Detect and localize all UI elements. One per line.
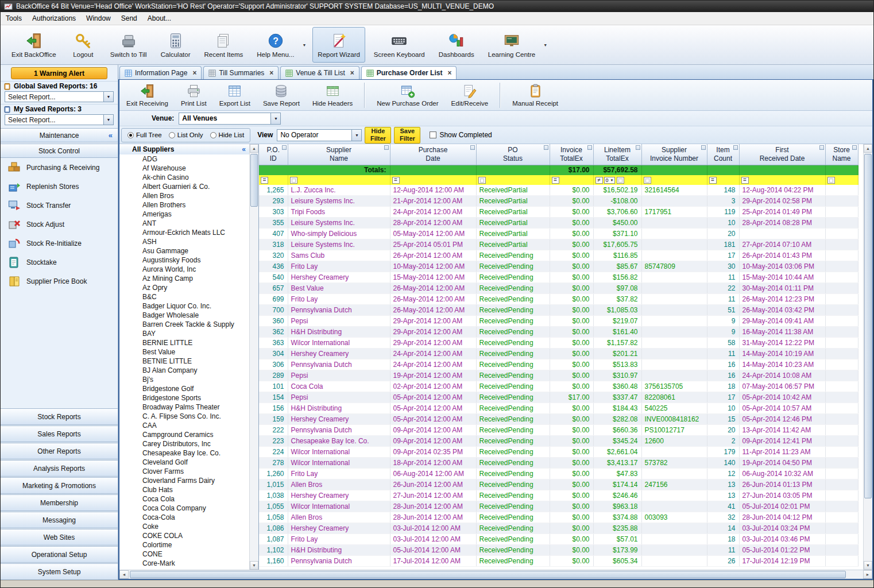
radio-hide-list[interactable]: Hide List — [210, 131, 245, 138]
filter-box-icon[interactable] — [290, 177, 297, 184]
exit-backoffice-button[interactable]: Exit BackOffice — [6, 27, 61, 63]
horizontal-scrollbar[interactable]: ◄ ► — [119, 570, 872, 579]
my-report-select[interactable]: Select Report... ▼ — [5, 114, 114, 125]
dropdown-arrow-icon[interactable]: ▼ — [299, 41, 309, 49]
supplier-item[interactable]: Allen Bros — [119, 191, 249, 200]
show-completed-checkbox[interactable]: Show Completed — [430, 131, 492, 139]
table-row[interactable]: 224Wilcor International09-Apr-2014 02:35… — [259, 447, 858, 458]
table-row[interactable]: 222Pennsylvania Dutch09-Apr-2014 12:00 A… — [259, 425, 858, 436]
filter-box-icon[interactable] — [617, 177, 624, 184]
filter-box-icon[interactable] — [827, 177, 835, 184]
supplier-item[interactable]: ASH — [119, 237, 249, 246]
stock-control-header[interactable]: Stock Control — [1, 144, 118, 158]
global-report-select[interactable]: Select Report... ▼ — [5, 91, 114, 102]
print-list-button[interactable]: Print List — [177, 81, 210, 110]
help-menu-button[interactable]: ?Help Menu... — [252, 27, 299, 63]
tab-purchase-order-list[interactable]: Purchase Order List× — [361, 66, 457, 79]
supplier-item[interactable]: Bridgestone Golf — [119, 384, 249, 393]
supplier-item[interactable]: Carey Distributors, Inc — [119, 439, 249, 448]
menu-tools[interactable]: Tools — [1, 13, 27, 24]
supplier-item[interactable]: Club Hats — [119, 485, 249, 494]
filter-equals-icon[interactable]: = — [392, 177, 400, 184]
table-row[interactable]: 304Hershey Creamery24-Apr-2014 12:00 AMR… — [259, 349, 858, 359]
column-header-lineitem-totalex[interactable]: LineItemTotalEx — [593, 144, 641, 165]
column-header-first-received-date[interactable]: FirstReceived Date — [739, 144, 825, 165]
supplier-item[interactable]: Asu Gammage — [119, 246, 249, 256]
collapse-icon[interactable]: « — [109, 131, 113, 140]
filter-box-icon[interactable] — [644, 177, 651, 184]
sidebar-item-marketing-promotions[interactable]: Marketing & Promotions — [1, 477, 118, 494]
table-row[interactable]: 1,160Pennsylvania Dutch17-Jul-2014 12:00… — [259, 556, 858, 567]
table-row[interactable]: 436Frito Lay10-May-2014 12:00 AMReceived… — [259, 261, 858, 272]
table-row[interactable]: 101Coca Cola02-Apr-2014 12:00 AMReceived… — [259, 381, 858, 392]
supplier-item[interactable]: Bj's — [119, 375, 249, 384]
table-row[interactable]: 320Sams Club26-Apr-2014 12:00 AMReceived… — [259, 250, 858, 261]
column-header-po-status[interactable]: POStatus — [476, 144, 550, 165]
table-row[interactable]: 154Pepsi05-Apr-2014 12:00 AMReceivedPend… — [259, 392, 858, 403]
new-purchase-order-button[interactable]: New Purchase Order — [373, 81, 442, 110]
table-row[interactable]: 1,265L.J. Zucca Inc.12-Aug-2014 12:00 AM… — [259, 185, 858, 196]
filter-equals-icon[interactable]: = — [552, 177, 559, 184]
dashboards-button[interactable]: Dashboards — [434, 27, 479, 63]
column-header-purchase-date[interactable]: PurchaseDate — [390, 144, 476, 165]
tree-scrollbar[interactable]: ▲ ▼ — [249, 144, 258, 570]
column-header-invoice-totalex[interactable]: InvoiceTotalEx — [550, 144, 593, 165]
scroll-left-icon[interactable]: ◄ — [119, 570, 129, 579]
table-row[interactable]: 318Leisure Systems Inc.25-Apr-2014 05:01… — [259, 239, 858, 250]
close-icon[interactable]: × — [350, 70, 354, 76]
column-header-supplier-name[interactable]: SupplierName — [288, 144, 390, 165]
maintenance-header[interactable]: Maintenance « — [1, 128, 118, 142]
table-row[interactable]: 700Pennsylvania Dutch26-May-2014 12:00 A… — [259, 305, 858, 316]
filter-equals-icon[interactable]: = — [261, 177, 268, 184]
supplier-item[interactable]: Cleveland Golf — [119, 458, 249, 467]
export-list-button[interactable]: Export List — [216, 81, 254, 110]
table-row[interactable]: 1,058Allen Bros28-Jun-2014 12:00 AMRecei… — [259, 512, 858, 523]
supplier-item[interactable]: Coca Cola Company — [119, 504, 249, 513]
supplier-item[interactable]: COKE COLA — [119, 531, 249, 540]
supplier-item[interactable]: Coca-Cola — [119, 513, 249, 522]
table-row[interactable]: 289Pepsi19-Apr-2014 12:00 AMReceivedPend… — [259, 370, 858, 381]
supplier-item[interactable]: Bridgestone Sports — [119, 393, 249, 403]
supplier-item[interactable]: BERNIE LITTLE — [119, 338, 249, 347]
scroll-down-icon[interactable]: ▼ — [864, 561, 872, 570]
filter-sum-icon[interactable]: ≠ — [595, 177, 603, 184]
column-header-supplier-invoice-number[interactable]: SupplierInvoice Number — [641, 144, 707, 165]
sidebar-item-stock-reports[interactable]: Stock Reports — [1, 408, 118, 425]
table-row[interactable]: 306Pennsylvania Dutch24-Apr-2014 12:00 A… — [259, 359, 858, 370]
supplier-item[interactable]: Campground Ceramics — [119, 430, 249, 439]
table-row[interactable]: 1,015Allen Bros26-Jun-2014 12:00 AMRecei… — [259, 479, 858, 490]
table-row[interactable]: 407Who-simply Delicious05-May-2014 12:00… — [259, 229, 858, 239]
supplier-item[interactable]: BETNIE LITTLE — [119, 357, 249, 366]
sidebar-item-other-reports[interactable]: Other Reports — [1, 443, 118, 459]
supplier-item[interactable]: ADG — [119, 154, 249, 164]
table-row[interactable]: 1,087Frito Lay03-Jul-2014 12:00 AMReceiv… — [259, 534, 858, 545]
close-icon[interactable]: × — [269, 70, 273, 76]
supplier-item[interactable]: Albert Guarnieri & Co. — [119, 182, 249, 191]
table-row[interactable]: 1,055Wilcor International28-Jun-2014 12:… — [259, 501, 858, 512]
supplier-item[interactable]: Clover Farms — [119, 467, 249, 476]
close-icon[interactable]: × — [192, 70, 196, 76]
save-filter-button[interactable]: Save Filter — [394, 127, 420, 144]
sidebar-item-stock-adjust[interactable]: Stock Adjust — [1, 215, 118, 234]
supplier-item[interactable]: C. A. Flipse Sons Co. Inc. — [119, 412, 249, 421]
scrollbar-track[interactable] — [129, 570, 863, 579]
table-row[interactable]: 1,260Frito Lay06-Aug-2014 12:00 AMReceiv… — [259, 469, 858, 479]
supplier-item[interactable]: Az Mining Camp — [119, 274, 249, 283]
supplier-item[interactable]: Coke — [119, 522, 249, 531]
tab-information-page[interactable]: Information Page× — [119, 66, 202, 79]
scroll-up-icon[interactable]: ▲ — [864, 144, 872, 153]
supplier-item[interactable]: Augustinsky Foods — [119, 256, 249, 265]
sidebar-item-system-setup[interactable]: System Setup — [1, 563, 118, 580]
supplier-item[interactable]: B&C — [119, 292, 249, 301]
supplier-item[interactable]: Az Opry — [119, 283, 249, 292]
tab-venue-till-list[interactable]: Venue & Till List× — [280, 66, 359, 79]
scroll-up-icon[interactable]: ▲ — [250, 144, 258, 153]
table-row[interactable]: 278Wilcor International18-Apr-2014 12:00… — [259, 458, 858, 469]
hide-filter-button[interactable]: Hide Filter — [365, 127, 391, 144]
supplier-item[interactable]: Af Warehouse — [119, 164, 249, 173]
supplier-item[interactable]: Best Value — [119, 347, 249, 357]
supplier-item[interactable]: Armour-Eckrich Meats LLC — [119, 228, 249, 237]
table-scrollbar[interactable]: ▲ ▼ — [863, 144, 872, 570]
sidebar-item-replenish-stores[interactable]: Replenish Stores — [1, 177, 118, 196]
learning-centre-button[interactable]: Learning Centre — [483, 27, 540, 63]
